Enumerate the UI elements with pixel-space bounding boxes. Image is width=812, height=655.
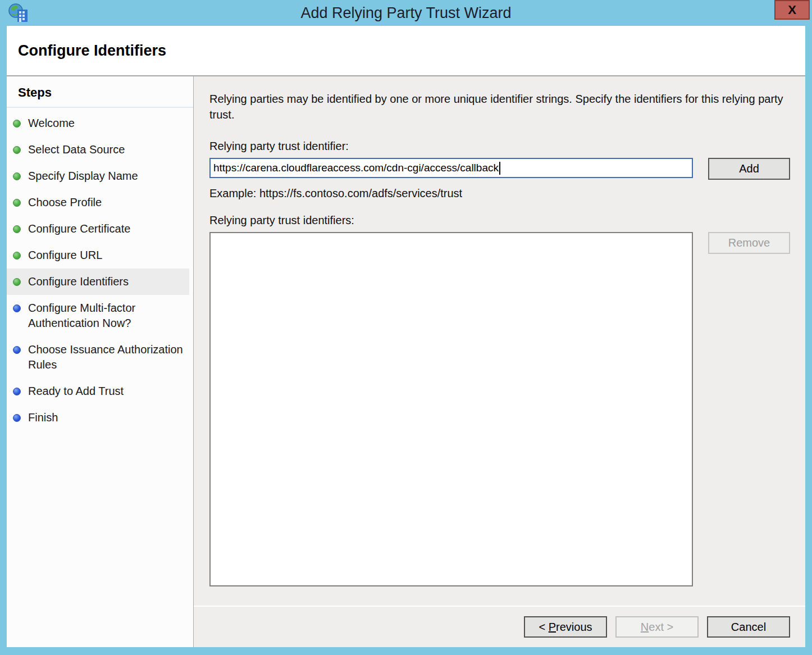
step-label: Select Data Source [28,143,125,156]
step-configure-identifiers-current: Configure Identifiers [7,269,189,295]
identifier-field-label: Relying party trust identifier: [209,140,790,153]
step-choose-issuance-rules: Choose Issuance Authorization Rules [7,336,189,378]
page-header: Configure Identifiers [7,26,805,76]
step-upcoming-bullet-icon [13,346,21,354]
step-ready-to-add-trust: Ready to Add Trust [7,378,189,404]
step-upcoming-bullet-icon [13,304,21,312]
adfs-app-icon [7,2,30,25]
dialog-body: Configure Identifiers Steps Welcome Sele… [7,26,805,647]
step-configure-certificate[interactable]: Configure Certificate [7,216,189,242]
identifier-input[interactable]: https://carena.cloudflareaccess.com/cdn-… [209,158,693,178]
step-label: Configure URL [28,249,102,261]
step-finish: Finish [7,404,189,431]
wizard-window: Add Relying Party Trust Wizard X Configu… [0,0,812,655]
add-button[interactable]: Add [708,158,790,180]
identifier-input-value: https://carena.cloudflareaccess.com/cdn-… [213,162,499,174]
title-bar: Add Relying Party Trust Wizard X [0,0,812,26]
step-choose-profile[interactable]: Choose Profile [7,189,189,216]
window-title: Add Relying Party Trust Wizard [300,4,511,22]
step-label: Configure Multi-factor Authentication No… [28,302,135,329]
step-label: Specify Display Name [28,170,138,182]
step-specify-display-name[interactable]: Specify Display Name [7,163,189,189]
step-welcome[interactable]: Welcome [7,110,189,137]
step-done-bullet-icon [13,252,21,260]
previous-button[interactable]: < Previous [524,616,607,638]
cancel-button[interactable]: Cancel [707,616,790,638]
step-label: Choose Issuance Authorization Rules [28,343,183,371]
step-label: Configure Certificate [28,222,130,235]
step-done-bullet-icon [13,120,21,128]
page-title: Configure Identifiers [18,42,166,60]
step-label: Configure Identifiers [28,275,129,288]
footer-button-bar: < Previous Next > Cancel [194,606,805,647]
text-caret [499,162,500,175]
step-label: Welcome [28,117,75,129]
step-done-bullet-icon [13,278,21,286]
remove-button[interactable]: Remove [708,232,790,254]
step-done-bullet-icon [13,199,21,207]
identifiers-listbox[interactable] [209,232,693,586]
steps-heading: Steps [7,83,193,108]
step-label: Ready to Add Trust [28,385,124,397]
close-button[interactable]: X [774,0,810,20]
step-configure-mfa: Configure Multi-factor Authentication No… [7,295,189,336]
steps-list: Welcome Select Data Source Specify Displ… [7,110,193,431]
example-text: Example: https://fs.contoso.com/adfs/ser… [209,187,790,200]
steps-panel: Steps Welcome Select Data Source Specify… [7,76,194,647]
step-upcoming-bullet-icon [13,388,21,395]
step-label: Choose Profile [28,196,102,208]
intro-text: Relying parties may be identified by one… [209,91,789,122]
step-select-data-source[interactable]: Select Data Source [7,137,189,163]
step-label: Finish [28,411,58,424]
step-done-bullet-icon [13,172,21,180]
content-pane: Relying parties may be identified by one… [194,76,805,647]
step-done-bullet-icon [13,146,21,154]
step-done-bullet-icon [13,225,21,233]
next-button[interactable]: Next > [615,616,699,638]
step-configure-url[interactable]: Configure URL [7,242,189,269]
step-upcoming-bullet-icon [13,414,21,422]
identifiers-list-label: Relying party trust identifiers: [209,214,790,227]
